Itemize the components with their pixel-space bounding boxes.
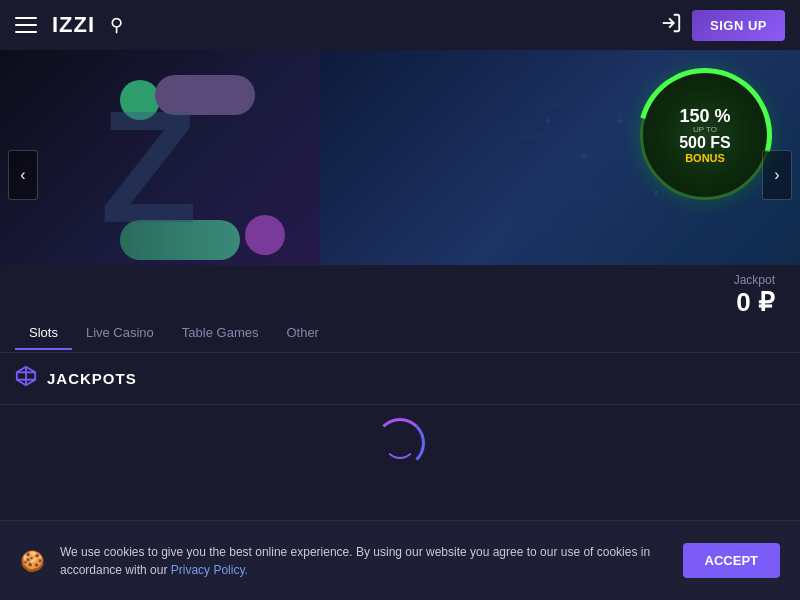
- jackpots-title: JACKPOTS: [47, 370, 137, 387]
- speedometer-text: 150 % UP TO 500 FS BONUS: [679, 107, 731, 164]
- jackpot-currency: ₽: [758, 287, 775, 317]
- cookie-text: We use cookies to give you the best onli…: [60, 543, 668, 579]
- jackpot-amount: 0: [736, 287, 750, 317]
- loading-area: [0, 395, 800, 490]
- tab-live-casino[interactable]: Live Casino: [72, 317, 168, 350]
- jackpot-label: Jackpot: [734, 273, 775, 287]
- speedometer-bonus: BONUS: [679, 152, 731, 164]
- cookie-banner: 🍪 We use cookies to give you the best on…: [0, 520, 800, 600]
- header-right: SIGN UP: [660, 10, 785, 41]
- cookie-icon: 🍪: [20, 549, 45, 573]
- tabs-bar: Slots Live Casino Table Games Other: [0, 315, 800, 353]
- tab-table-games[interactable]: Table Games: [168, 317, 273, 350]
- speedometer-fs: 500 FS: [679, 134, 731, 152]
- shape-letter-z: [100, 105, 320, 255]
- loading-spinner: [375, 418, 425, 468]
- hero-next-button[interactable]: ›: [762, 150, 792, 200]
- menu-button[interactable]: [15, 17, 37, 33]
- header-left: IZZI ⚲: [15, 12, 123, 38]
- speedometer-upto: UP TO: [679, 125, 731, 134]
- hero-prev-button[interactable]: ‹: [8, 150, 38, 200]
- login-icon[interactable]: [660, 12, 682, 39]
- accept-button[interactable]: ACCEPT: [683, 543, 780, 578]
- logo: IZZI: [52, 12, 95, 38]
- hero-banner: 01 10 11 00 10 01 10 01 00 11 01 10 150 …: [0, 50, 800, 300]
- diamond-icon: [15, 365, 37, 392]
- header: IZZI ⚲ SIGN UP: [0, 0, 800, 50]
- speedometer-percent: 150 %: [679, 107, 731, 125]
- speedometer: 150 % UP TO 500 FS BONUS: [640, 70, 770, 200]
- tab-other[interactable]: Other: [272, 317, 333, 350]
- tab-slots[interactable]: Slots: [15, 317, 72, 350]
- privacy-policy-link[interactable]: Privacy Policy.: [171, 563, 248, 577]
- speedometer-circle: 150 % UP TO 500 FS BONUS: [640, 70, 770, 200]
- jackpot-value: 0 ₽: [736, 287, 775, 318]
- search-icon[interactable]: ⚲: [110, 14, 123, 36]
- signup-button[interactable]: SIGN UP: [692, 10, 785, 41]
